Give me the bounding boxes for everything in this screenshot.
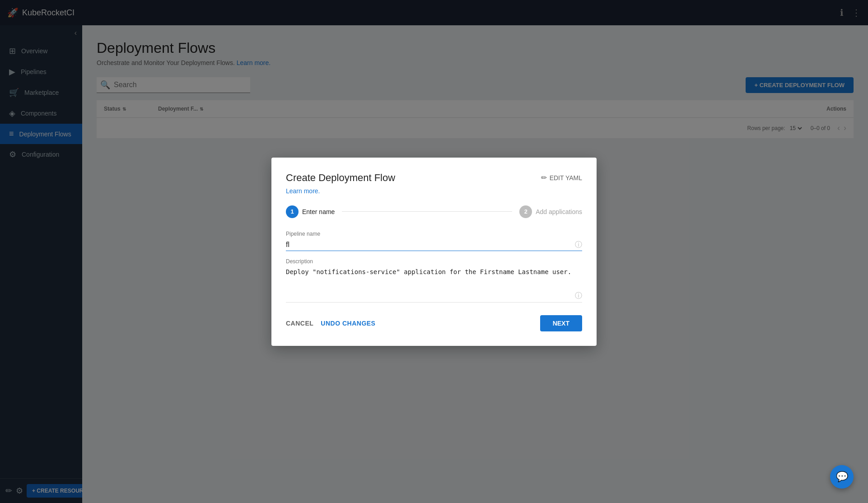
undo-changes-button[interactable]: UNDO CHANGES	[321, 320, 375, 327]
description-wrapper: Deploy "notifications-service" applicati…	[286, 266, 582, 304]
modal-footer: CANCEL UNDO CHANGES NEXT	[286, 315, 582, 331]
chat-icon: 💬	[836, 471, 848, 483]
step-1-circle: 1	[286, 205, 299, 218]
modal-overlay[interactable]: Create Deployment Flow ✏ EDIT YAML Learn…	[0, 0, 868, 503]
step-2-label: Add applications	[536, 208, 582, 215]
pencil-icon: ✏	[541, 173, 547, 182]
edit-yaml-button[interactable]: ✏ EDIT YAML	[541, 173, 582, 182]
edit-yaml-label: EDIT YAML	[550, 174, 582, 182]
pipeline-name-group: Pipeline name ⓘ	[286, 231, 582, 251]
stepper: 1 Enter name 2 Add applications	[286, 205, 582, 218]
pipeline-name-label: Pipeline name	[286, 231, 582, 237]
step-line	[342, 211, 512, 212]
description-group: Description Deploy "notifications-servic…	[286, 258, 582, 304]
step-2-circle: 2	[519, 205, 532, 218]
pipeline-name-info-icon[interactable]: ⓘ	[575, 240, 582, 250]
description-info-icon[interactable]: ⓘ	[575, 291, 582, 301]
create-deployment-flow-modal: Create Deployment Flow ✏ EDIT YAML Learn…	[271, 158, 597, 346]
description-textarea[interactable]: Deploy "notifications-service" applicati…	[286, 266, 582, 303]
chat-fab-button[interactable]: 💬	[830, 465, 854, 489]
modal-title: Create Deployment Flow	[286, 172, 395, 184]
step-1: 1 Enter name	[286, 205, 335, 218]
modal-learn-more-link[interactable]: Learn more.	[286, 187, 582, 195]
step-1-label: Enter name	[302, 208, 335, 215]
cancel-button[interactable]: CANCEL	[286, 320, 313, 327]
modal-header: Create Deployment Flow ✏ EDIT YAML	[286, 172, 582, 184]
step-2: 2 Add applications	[519, 205, 582, 218]
pipeline-name-wrapper: ⓘ	[286, 239, 582, 251]
description-label: Description	[286, 258, 582, 265]
pipeline-name-input[interactable]	[286, 239, 582, 251]
next-button[interactable]: NEXT	[540, 315, 582, 331]
